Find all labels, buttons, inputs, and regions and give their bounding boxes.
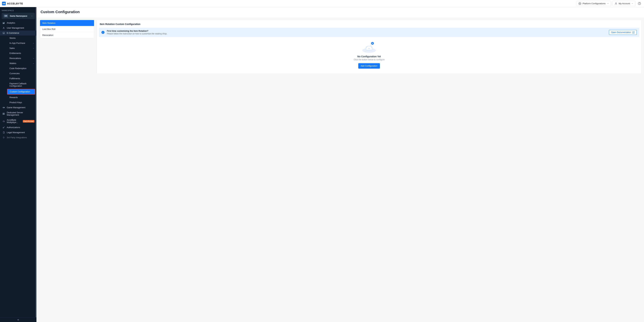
sidebar-item-label: Authorizations — [7, 126, 34, 129]
svg-rect-18 — [368, 48, 370, 49]
tab-item-rotation[interactable]: Item Rotation — [40, 20, 94, 26]
sidebar-item-fulfillments[interactable]: Fulfillments — [4, 76, 36, 81]
svg-rect-5 — [4, 22, 4, 23]
sidebar-item-payment-callback-config[interactable]: Payment Callback Configuration — [4, 81, 36, 88]
empty-state: No Configuration Yet Click the button be… — [99, 37, 639, 70]
gear-icon — [578, 2, 581, 5]
sidebar-item-game-management[interactable]: Game Management — [0, 105, 36, 110]
sidebar-item-label: AccelByte Multiplaye... — [7, 119, 20, 124]
chevron-down-icon — [631, 2, 633, 4]
sidebar-item-in-app-purchase[interactable]: In-App Purchase — [4, 41, 36, 46]
sidebar-item-currencies[interactable]: Currencies — [4, 71, 36, 76]
chevron-down-icon — [32, 42, 34, 44]
svg-point-0 — [580, 3, 580, 4]
user-icon — [2, 27, 5, 29]
sidebar-item-label: Revocations — [10, 57, 31, 59]
tab-revocation[interactable]: Revocation — [40, 32, 94, 38]
open-documentation-label: Open Documentation — [611, 31, 631, 33]
sidebar-item-label: Stores — [10, 37, 34, 39]
config-tabs-card: Item Rotation Loot Box Roll Revocation — [40, 20, 94, 38]
early-access-badge: Early Access — [23, 120, 34, 123]
external-link-icon — [632, 31, 634, 33]
empty-tray-icon — [361, 41, 377, 53]
sidebar-item-product-keys[interactable]: Product Keys — [4, 100, 36, 105]
user-icon — [615, 2, 617, 5]
svg-point-1 — [616, 2, 616, 3]
my-account-menu[interactable]: My Account — [612, 1, 636, 6]
add-configuration-label: Add Configuration — [361, 65, 378, 67]
panel-header: Item Rotation Custom Configuration — [97, 20, 642, 28]
document-icon — [2, 131, 5, 134]
empty-title: No Configuration Yet — [358, 55, 381, 58]
info-description: Please follow the instruction on how to … — [107, 32, 167, 35]
sidebar-item-label: Entitlements — [10, 52, 34, 54]
sidebar-item-label: 3rd Party Integrations — [7, 136, 34, 139]
svg-rect-6 — [4, 22, 4, 23]
topbar-right: Platform Configurations My Account — [576, 1, 642, 6]
sidebar-item-custom-configuration[interactable]: Custom Configuration — [7, 89, 35, 95]
server-icon — [2, 113, 5, 115]
topbar: AB ACCELBYTE Platform Configurations My … — [0, 0, 644, 7]
sidebar-item-label: Analytics — [7, 22, 34, 24]
svg-rect-4 — [3, 23, 4, 23]
sidebar-item-code-redemption[interactable]: Code Redemption — [4, 66, 36, 71]
sidebar-item-stores[interactable]: Stores — [4, 35, 36, 41]
tab-loot-box-roll[interactable]: Loot Box Roll — [40, 26, 94, 32]
chart-icon — [2, 22, 5, 24]
store-icon — [2, 32, 5, 34]
empty-subtitle: Click the button below to configure — [354, 58, 384, 61]
tab-label: Loot Box Roll — [42, 28, 55, 30]
sidebar-item-label: In-App Purchase — [10, 42, 31, 44]
info-icon: i — [102, 31, 104, 34]
sidebar-item-label: Fulfillments — [10, 77, 34, 80]
my-account-label: My Account — [619, 2, 630, 5]
tab-label: Item Rotation — [42, 22, 55, 24]
sidebar-collapse-button[interactable] — [0, 317, 36, 322]
sidebar-item-ecommerce[interactable]: E-Commerce — [0, 30, 36, 35]
sidebar-item-user-management[interactable]: User Management — [0, 25, 36, 30]
sidebar-item-label: Rewards — [10, 96, 34, 99]
chevron-down-icon — [31, 15, 33, 17]
open-documentation-button[interactable]: Open Documentation — [609, 30, 637, 35]
sidebar-item-label: Code Redemption — [10, 67, 34, 70]
sidebar-item-rewards[interactable]: Rewards — [4, 95, 36, 100]
chevron-down-icon — [32, 47, 34, 49]
sidebar-item-label: Custom Configuration — [10, 90, 33, 93]
sidebar-item-label: Payment Callback Configuration — [10, 82, 34, 87]
gamepad-icon — [2, 106, 5, 109]
key-icon — [2, 126, 5, 129]
chevron-down-icon — [32, 57, 34, 59]
sidebar-item-entitlements[interactable]: Entitlements — [4, 51, 36, 56]
sidebar-item-multiplayer[interactable]: AccelByte Multiplaye... Early Access — [0, 117, 36, 125]
help-button[interactable] — [637, 1, 642, 6]
sidebar-item-third-party[interactable]: 3rd Party Integrations — [0, 135, 36, 140]
namespace-selector[interactable]: GN Game Namespace — [2, 13, 35, 19]
sidebar-item-label: Legal Management — [7, 131, 34, 134]
sidebar-item-revocations[interactable]: Revocations — [4, 56, 36, 61]
info-banner: i First time customizing the Item Rotati… — [99, 28, 639, 37]
sidebar-item-label: Dedicated Server Management — [7, 111, 34, 116]
sidebar-item-label: E-Commerce — [7, 32, 34, 34]
page-header: Custom Configuration — [36, 7, 644, 17]
chevron-down-icon — [607, 2, 609, 4]
namespace-badge: GN — [4, 14, 8, 17]
add-configuration-button[interactable]: Add Configuration — [358, 63, 380, 69]
sidebar-item-legal-management[interactable]: Legal Management — [0, 130, 36, 135]
platform-configurations-label: Platform Configurations — [582, 2, 606, 5]
sidebar-item-label: Currencies — [10, 72, 34, 75]
plug-icon — [2, 136, 5, 139]
sidebar-item-dedicated-server[interactable]: Dedicated Server Management — [0, 110, 36, 117]
help-icon — [638, 2, 641, 5]
brand: AB ACCELBYTE — [2, 2, 23, 5]
sidebar-item-analytics[interactable]: Analytics — [0, 20, 36, 25]
config-panel: Item Rotation Custom Configuration i Fir… — [96, 20, 642, 74]
sidebar-subgroup-ecommerce: Stores In-App Purchase Sales Entitlement… — [0, 35, 36, 105]
main-content: Custom Configuration Item Rotation Loot … — [36, 7, 644, 322]
sidebar-item-label: Wallets — [10, 62, 31, 64]
sidebar-item-wallets[interactable]: Wallets — [4, 61, 36, 66]
sidebar-section-label: NAMESPACE — [0, 7, 36, 13]
cloud-icon — [2, 120, 5, 122]
sidebar-item-sales[interactable]: Sales — [4, 46, 36, 51]
sidebar-item-authorizations[interactable]: Authorizations — [0, 125, 36, 130]
platform-configurations-menu[interactable]: Platform Configurations — [576, 1, 611, 6]
